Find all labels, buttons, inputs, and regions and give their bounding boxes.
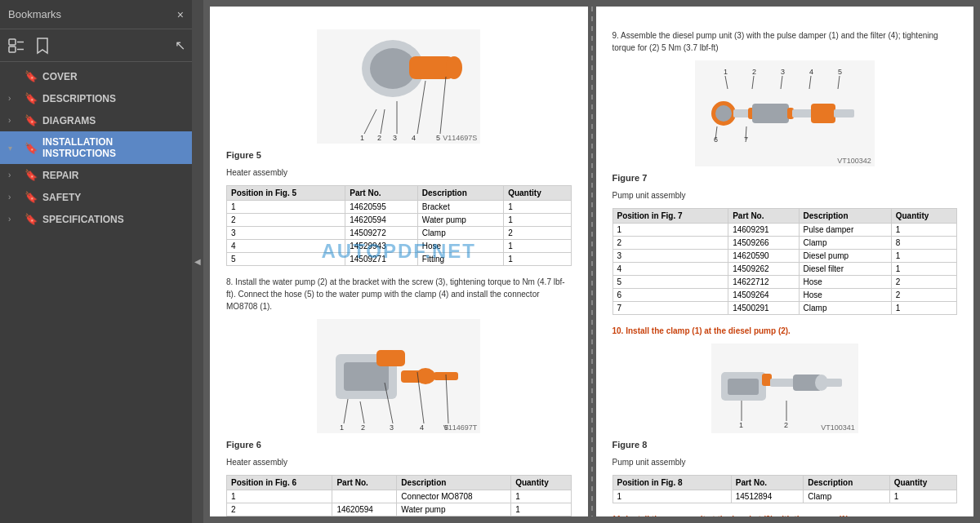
bookmark-page-icon: 🔖 bbox=[24, 114, 38, 126]
bookmark-list: 🔖COVER›🔖DESCRIPTIONS›🔖DIAGRAMS▾🔖INSTALLA… bbox=[0, 62, 192, 523]
step9-text: 9. Assemble the diesel pump unit (3) wit… bbox=[612, 29, 958, 54]
table-row: 114609291Pulse damper1 bbox=[612, 224, 957, 237]
bookmark-page-icon: 🔖 bbox=[24, 70, 38, 82]
col6-description: Description bbox=[397, 476, 511, 490]
bookmark-page-icon: 🔖 bbox=[24, 169, 38, 181]
chevron-icon: ▾ bbox=[8, 144, 20, 153]
figure6-caption: Figure 6 bbox=[226, 440, 572, 450]
chevron-icon: › bbox=[8, 116, 20, 125]
sidebar-item-safety[interactable]: ›🔖SAFETY bbox=[0, 186, 192, 208]
svg-text:4: 4 bbox=[420, 423, 424, 432]
svg-text:4: 4 bbox=[809, 68, 813, 76]
sidebar-item-repair[interactable]: ›🔖REPAIR bbox=[0, 164, 192, 186]
col6-partno: Part No. bbox=[332, 476, 397, 490]
main-content: 1 2 3 4 5 V114697S Figure 5 Heater assem… bbox=[203, 0, 980, 523]
parts-table-7: Position in Fig. 7 Part No. Description … bbox=[612, 208, 958, 315]
chevron-icon: › bbox=[8, 171, 20, 180]
svg-text:2: 2 bbox=[752, 68, 756, 76]
table-row: 514622712Hose2 bbox=[612, 276, 957, 289]
col8-partno: Part No. bbox=[731, 476, 804, 490]
col-position: Position in Fig. 5 bbox=[227, 186, 345, 201]
step10-text: 10. Install the clamp (1) at the diesel … bbox=[612, 325, 958, 337]
fig6-id: V114697T bbox=[443, 423, 478, 432]
table-row: 514509271Fitting1 bbox=[227, 253, 572, 266]
sidebar-item-specifications[interactable]: ›🔖SPECIFICATIONS bbox=[0, 208, 192, 230]
chevron-icon: › bbox=[8, 215, 20, 224]
table-row: 314509272Clamp2 bbox=[227, 227, 572, 240]
svg-text:1: 1 bbox=[739, 421, 743, 429]
fig7-id: VT100342 bbox=[837, 157, 871, 165]
svg-rect-51 bbox=[811, 104, 835, 123]
figure5-subcaption: Heater assembly bbox=[226, 166, 572, 179]
page-divider bbox=[591, 7, 593, 516]
sidebar-title: Bookmarks bbox=[8, 8, 61, 20]
col6-quantity: Quantity bbox=[511, 476, 571, 490]
parts-table-6: Position in Fig. 6 Part No. Description … bbox=[226, 475, 572, 516]
svg-line-41 bbox=[781, 76, 782, 89]
col7-description: Description bbox=[799, 209, 891, 224]
col8-position: Position in Fig. 8 bbox=[612, 476, 731, 490]
svg-line-12 bbox=[440, 77, 446, 134]
figure7-caption: Figure 7 bbox=[612, 173, 958, 183]
table-row: 214620594Water pump1 bbox=[227, 214, 572, 227]
figure7-subcaption: Pump unit assembly bbox=[612, 189, 958, 202]
col6-position: Position in Fig. 6 bbox=[227, 476, 332, 490]
svg-rect-63 bbox=[826, 379, 842, 387]
chevron-icon: › bbox=[8, 193, 20, 202]
sidebar-item-label: DIAGRAMS bbox=[42, 115, 184, 126]
close-button[interactable]: × bbox=[177, 9, 184, 20]
svg-text:3: 3 bbox=[390, 423, 394, 432]
svg-line-24 bbox=[344, 399, 348, 423]
bookmark-page-icon: 🔖 bbox=[24, 213, 38, 225]
figure5-caption: Figure 5 bbox=[226, 150, 572, 160]
svg-rect-48 bbox=[752, 104, 789, 123]
svg-text:5: 5 bbox=[838, 68, 842, 76]
table-row: 614509264Hose2 bbox=[612, 289, 957, 302]
sidebar-item-label: REPAIR bbox=[42, 170, 184, 181]
sidebar: Bookmarks × ↖ 🔖COVER›🔖DESCRIPTIONS›🔖DIAG… bbox=[0, 0, 192, 523]
svg-text:2: 2 bbox=[377, 134, 381, 142]
svg-line-43 bbox=[838, 76, 840, 89]
svg-line-39 bbox=[725, 76, 728, 89]
figure5-illustration: 1 2 3 4 5 V114697S bbox=[317, 29, 480, 144]
svg-text:4: 4 bbox=[412, 134, 416, 142]
sidebar-item-cover[interactable]: 🔖COVER bbox=[0, 65, 192, 87]
fig8-id: VT100341 bbox=[821, 423, 855, 432]
collapse-handle[interactable]: ◀ bbox=[192, 0, 203, 523]
svg-rect-1 bbox=[9, 47, 16, 52]
svg-text:3: 3 bbox=[393, 134, 397, 142]
svg-text:2: 2 bbox=[361, 423, 365, 432]
table-row: 1Connector MO87081 bbox=[227, 490, 572, 503]
figure8-caption: Figure 8 bbox=[612, 440, 958, 450]
table-row: 714500291Clamp1 bbox=[612, 302, 957, 315]
table-row: 414529943Hose1 bbox=[227, 240, 572, 253]
fig5-id: V114697S bbox=[443, 134, 477, 142]
pages-container: 1 2 3 4 5 V114697S Figure 5 Heater assem… bbox=[203, 0, 980, 523]
collapse-arrow: ◀ bbox=[194, 257, 201, 266]
col7-quantity: Quantity bbox=[891, 209, 956, 224]
table-row: 414509262Diesel filter1 bbox=[612, 263, 957, 276]
bookmark-page-icon: 🔖 bbox=[24, 191, 38, 203]
col7-partno: Part No. bbox=[728, 209, 799, 224]
svg-rect-46 bbox=[733, 109, 750, 117]
svg-point-7 bbox=[446, 56, 462, 79]
sidebar-item-diagrams[interactable]: ›🔖DIAGRAMS bbox=[0, 109, 192, 131]
sidebar-item-descriptions[interactable]: ›🔖DESCRIPTIONS bbox=[0, 87, 192, 109]
svg-text:5: 5 bbox=[436, 134, 440, 142]
svg-line-25 bbox=[360, 401, 364, 423]
col7-position: Position in Fig. 7 bbox=[612, 209, 728, 224]
parts-table-8: Position in Fig. 8 Part No. Description … bbox=[612, 475, 958, 503]
expand-all-icon[interactable] bbox=[7, 36, 26, 55]
svg-rect-19 bbox=[344, 362, 389, 391]
figure8-subcaption: Pump unit assembly bbox=[612, 456, 958, 468]
right-page: 9. Assemble the diesel pump unit (3) wit… bbox=[596, 7, 974, 516]
bookmark-icon[interactable] bbox=[33, 36, 52, 55]
svg-rect-58 bbox=[728, 379, 759, 395]
sidebar-item-installation[interactable]: ▾🔖INSTALLATION INSTRUCTIONS bbox=[0, 131, 192, 164]
parts-table-5: Position in Fig. 5 Part No. Description … bbox=[226, 185, 572, 266]
table-row: 3994797Screw1 bbox=[227, 516, 572, 517]
svg-line-28 bbox=[446, 375, 448, 423]
svg-line-11 bbox=[417, 81, 425, 134]
svg-point-45 bbox=[715, 105, 732, 122]
table-row: 214509266Clamp8 bbox=[612, 237, 957, 250]
